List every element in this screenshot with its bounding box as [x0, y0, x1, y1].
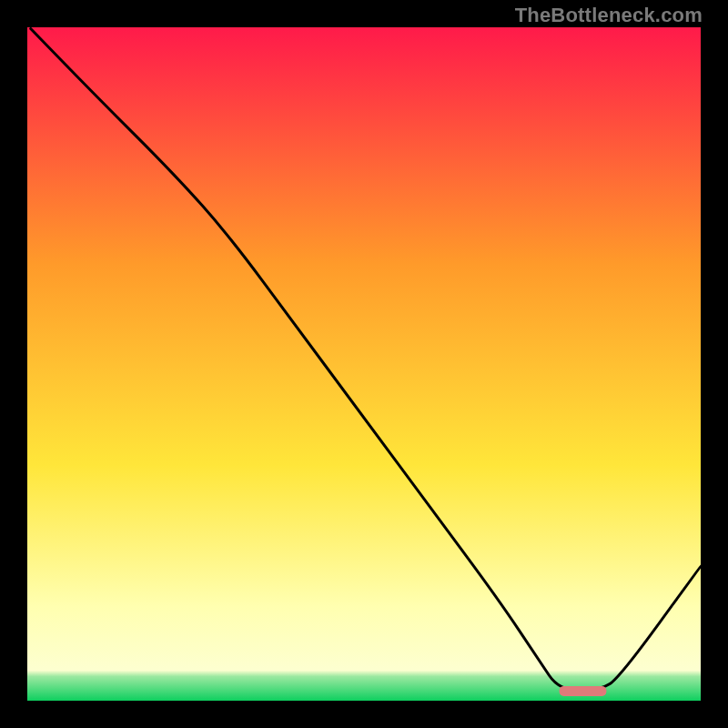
optimal-range-marker: [560, 686, 607, 696]
watermark-text: TheBottleneck.com: [515, 4, 703, 27]
plot-area: [27, 27, 701, 701]
bottleneck-curve: [31, 28, 701, 690]
curve-layer: [27, 27, 701, 701]
chart-container: TheBottleneck.com: [0, 0, 728, 728]
